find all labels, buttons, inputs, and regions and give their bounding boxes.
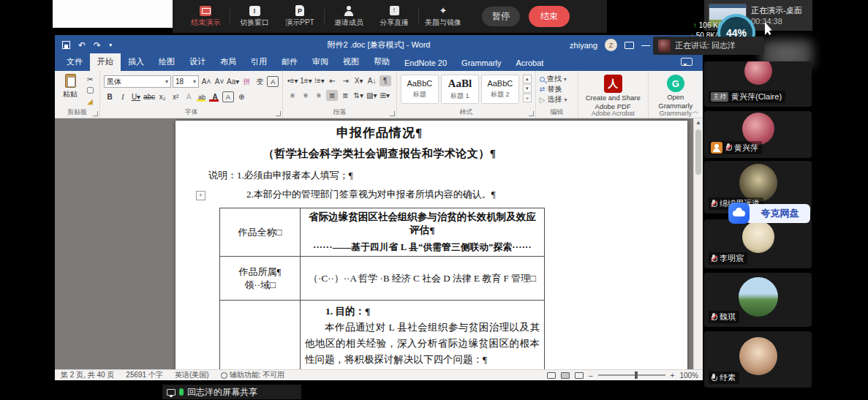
shading-button[interactable]: ▨▾: [366, 90, 377, 101]
scroll-up-icon[interactable]: ▲: [694, 119, 703, 126]
font-name-combo[interactable]: 黑体▾: [104, 75, 171, 88]
save-icon[interactable]: [62, 41, 70, 49]
asian-layout-button[interactable]: X▾: [353, 75, 365, 86]
vertical-scrollbar[interactable]: ▲: [693, 118, 703, 369]
styles-dialog-launcher[interactable]: [529, 111, 534, 116]
font-dialog-launcher[interactable]: [276, 111, 281, 116]
minimize-button[interactable]: —: [641, 40, 650, 50]
bold-button[interactable]: B: [104, 91, 116, 102]
distribute-button[interactable]: ≣: [339, 90, 351, 101]
print-layout-icon[interactable]: [561, 372, 570, 379]
tab-review[interactable]: 审阅: [305, 53, 336, 71]
character-border-icon[interactable]: A: [267, 76, 279, 87]
account-name[interactable]: zhiyang: [570, 41, 597, 50]
strikethrough-button[interactable]: abc: [143, 91, 155, 102]
comments-icon[interactable]: [681, 58, 692, 66]
end-presentation-button[interactable]: 结束演示: [183, 5, 228, 28]
language-indicator[interactable]: 英语(美国): [175, 370, 209, 380]
word-count[interactable]: 25691 个字: [126, 370, 163, 380]
align-center-button[interactable]: ≡: [300, 90, 312, 101]
clipboard-dialog-launcher[interactable]: [93, 111, 98, 116]
beauty-mirror-button[interactable]: ✦ 美颜与镜像: [420, 5, 466, 28]
borders-button[interactable]: ⊞▾: [379, 90, 390, 101]
open-grammarly-button[interactable]: G OpenGrammarly: [652, 75, 699, 110]
style-heading1[interactable]: AaBl 标题 1: [441, 75, 479, 104]
share-live-button[interactable]: ↑ 分享直播: [371, 5, 417, 28]
copy-icon[interactable]: [87, 87, 94, 94]
superscript-button[interactable]: x²: [170, 91, 181, 102]
underline-button[interactable]: U▾: [130, 91, 142, 102]
zoom-slider-thumb[interactable]: [635, 371, 638, 379]
undo-icon[interactable]: ↶: [78, 41, 86, 50]
font-color-button[interactable]: A: [209, 92, 221, 102]
highlight-color-button[interactable]: ab: [196, 92, 208, 102]
present-ppt-button[interactable]: P 演示PPT: [277, 5, 322, 28]
style-title[interactable]: AaBbC 标题: [401, 75, 439, 104]
decrease-indent-button[interactable]: ⇤: [327, 75, 339, 86]
italic-button[interactable]: I: [117, 91, 129, 102]
tab-references[interactable]: 引用: [244, 53, 274, 71]
document-page[interactable]: + 申报作品情况¶ （哲学社会科学类社会调查报告和学术论文）¶ 说明：1.必须由…: [176, 121, 687, 369]
ribbon-display-options-icon[interactable]: [624, 42, 634, 49]
cut-icon[interactable]: ✂: [84, 74, 96, 85]
multilevel-list-button[interactable]: ⁝≡▾: [314, 75, 325, 86]
styles-more-icon[interactable]: ≡: [523, 94, 532, 102]
show-formatting-marks-button[interactable]: ¶: [380, 75, 391, 86]
account-avatar[interactable]: Z: [605, 39, 617, 51]
invite-members-button[interactable]: 邀请成员: [326, 5, 371, 28]
enclose-characters-icon[interactable]: ⊕: [235, 91, 247, 102]
find-button[interactable]: 查找▾: [540, 74, 574, 84]
grow-font-icon[interactable]: A˄: [200, 76, 212, 87]
collapse-ribbon-icon[interactable]: ︿: [692, 107, 699, 116]
create-pdf-button[interactable]: 人 Create and ShareAdobe PDF: [582, 75, 644, 111]
phonetic-guide-icon[interactable]: 拼: [241, 76, 252, 87]
pause-button[interactable]: 暂停: [482, 7, 520, 26]
accessibility-status[interactable]: 辅助功能: 不可用: [221, 370, 285, 380]
character-style-icon[interactable]: 变: [254, 76, 265, 87]
replace-button[interactable]: ⇄替换: [540, 84, 574, 94]
align-right-button[interactable]: ≡: [313, 90, 325, 101]
redo-icon[interactable]: ↷: [94, 41, 101, 50]
participant-tile[interactable]: 黄兴萍: [704, 111, 812, 158]
tab-endnote[interactable]: EndNote 20: [397, 56, 454, 71]
styles-scroll-up-icon[interactable]: ▴: [523, 75, 532, 83]
scrollbar-thumb[interactable]: [695, 129, 701, 175]
table-move-handle[interactable]: +: [196, 191, 205, 200]
sort-button[interactable]: A↓: [366, 75, 378, 86]
participant-tile[interactable]: 魏琪: [704, 273, 812, 327]
zoom-level[interactable]: 100%: [679, 371, 698, 380]
tab-home[interactable]: 开始: [90, 53, 121, 71]
line-spacing-button[interactable]: ⇅▾: [352, 90, 364, 101]
paragraph-dialog-launcher[interactable]: [390, 111, 395, 116]
style-heading2[interactable]: AaBbC 标题 2: [481, 75, 519, 104]
justify-button[interactable]: ≣: [326, 90, 338, 101]
align-left-button[interactable]: ≡: [287, 90, 298, 101]
participant-tile[interactable]: 李明宸: [704, 219, 812, 268]
web-layout-icon[interactable]: [575, 372, 584, 379]
shrink-font-icon[interactable]: A˅: [214, 76, 225, 87]
read-mode-icon[interactable]: [547, 372, 556, 379]
increase-indent-button[interactable]: ⇥: [340, 75, 352, 86]
character-shading-icon[interactable]: A: [222, 91, 234, 102]
tab-acrobat[interactable]: Acrobat: [509, 56, 551, 71]
select-button[interactable]: ▷选择▾: [540, 94, 574, 105]
format-painter-icon[interactable]: ◢: [84, 96, 96, 107]
tab-insert[interactable]: 插入: [121, 53, 151, 71]
page-indicator[interactable]: 第 2 页, 共 40 页: [61, 370, 114, 380]
text-effects-icon[interactable]: A: [183, 91, 195, 102]
tab-design[interactable]: 设计: [182, 53, 213, 71]
switch-window-button[interactable]: ! 切换窗口: [232, 5, 277, 28]
change-case-icon[interactable]: Aa▾: [227, 76, 239, 87]
zoom-out-button[interactable]: –: [589, 371, 593, 380]
quark-drive-button[interactable]: 夸克网盘: [728, 203, 810, 224]
numbering-button[interactable]: 1≡▾: [300, 75, 312, 86]
participant-tile-host[interactable]: 主持 黄兴萍(Claire): [704, 61, 812, 107]
tab-mailings[interactable]: 邮件: [274, 53, 305, 71]
tab-grammarly[interactable]: Grammarly: [454, 56, 508, 71]
bullets-button[interactable]: •≡▾: [287, 75, 298, 86]
tab-help[interactable]: 帮助: [366, 53, 397, 71]
tab-draw[interactable]: 绘图: [151, 53, 182, 71]
paste-button[interactable]: 粘贴: [59, 74, 82, 107]
subscript-button[interactable]: x₂: [156, 91, 168, 102]
styles-scroll-down-icon[interactable]: ▾: [523, 84, 532, 93]
